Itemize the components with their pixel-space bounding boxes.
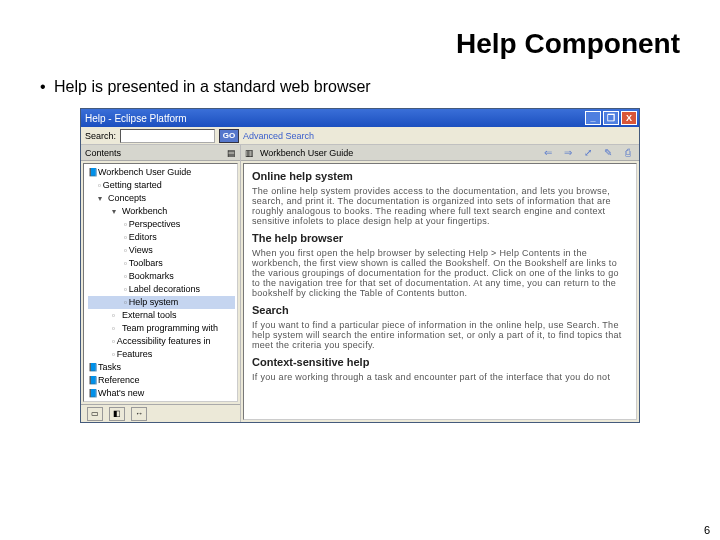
- tree-item[interactable]: Label decorations: [88, 283, 235, 296]
- breadcrumb-icon: ▥: [245, 148, 254, 158]
- sidebar-title-bar: Contents ▤: [81, 145, 240, 161]
- close-button[interactable]: X: [621, 111, 637, 125]
- tree-item[interactable]: Views: [88, 244, 235, 257]
- titlebar[interactable]: Help - Eclipse Platform _ ❐ X: [81, 109, 639, 127]
- help-page: Online help system The online help syste…: [243, 163, 637, 420]
- breadcrumb: Workbench User Guide: [260, 148, 353, 158]
- sidebar: Contents ▤ Workbench User Guide Getting …: [81, 145, 241, 422]
- tree-item[interactable]: Toolbars: [88, 257, 235, 270]
- forward-button[interactable]: ⇒: [561, 147, 575, 159]
- paragraph: If you want to find a particular piece o…: [252, 320, 628, 350]
- contents-tree[interactable]: Workbench User Guide Getting started Con…: [83, 163, 238, 402]
- tree-item[interactable]: Perspectives: [88, 218, 235, 231]
- tree-item[interactable]: Accessibility features in: [88, 335, 235, 348]
- page-number: 6: [704, 524, 710, 536]
- go-button[interactable]: GO: [219, 129, 239, 143]
- sidebar-bottom-bar: ▭ ◧ ↔: [81, 404, 240, 422]
- sidebar-tab-contents-icon[interactable]: ▭: [87, 407, 103, 421]
- tree-item[interactable]: Editors: [88, 231, 235, 244]
- tree-item[interactable]: Team programming with: [88, 322, 235, 335]
- maximize-button[interactable]: ❐: [603, 111, 619, 125]
- tree-item[interactable]: Getting started: [88, 179, 235, 192]
- tree-item[interactable]: What's new: [88, 387, 235, 400]
- tree-item-selected[interactable]: Help system: [88, 296, 235, 309]
- search-toolbar: Search: GO Advanced Search: [81, 127, 639, 145]
- tree-item[interactable]: External tools: [88, 309, 235, 322]
- paragraph: If you are working through a task and en…: [252, 372, 628, 382]
- help-window: Help - Eclipse Platform _ ❐ X Search: GO…: [80, 108, 640, 423]
- slide-title: Help Component: [30, 28, 680, 60]
- window-title: Help - Eclipse Platform: [85, 113, 583, 124]
- back-button[interactable]: ⇐: [541, 147, 555, 159]
- tree-item[interactable]: Tasks: [88, 361, 235, 374]
- content-toolbar: ▥ Workbench User Guide ⇐ ⇒ ⤢ ✎ ⎙: [241, 145, 639, 161]
- sidebar-tab-results-icon[interactable]: ◧: [109, 407, 125, 421]
- heading-context-help: Context-sensitive help: [252, 356, 628, 368]
- tree-item[interactable]: Workbench: [88, 205, 235, 218]
- heading-search: Search: [252, 304, 628, 316]
- tree-item[interactable]: Reference: [88, 374, 235, 387]
- tree-item[interactable]: Concepts: [88, 192, 235, 205]
- sidebar-title: Contents: [85, 148, 121, 158]
- sync-toc-button[interactable]: ⤢: [581, 147, 595, 159]
- tree-item[interactable]: Features: [88, 348, 235, 361]
- content-area: ▥ Workbench User Guide ⇐ ⇒ ⤢ ✎ ⎙ Online …: [241, 145, 639, 422]
- tree-item[interactable]: Bookmarks: [88, 270, 235, 283]
- heading-online-help: Online help system: [252, 170, 628, 182]
- print-button[interactable]: ⎙: [621, 147, 635, 159]
- search-label: Search:: [85, 131, 116, 141]
- tree-item[interactable]: Workbench User Guide: [88, 166, 235, 179]
- paragraph: The online help system provides access t…: [252, 186, 628, 226]
- slide-bullet: Help is presented in a standard web brow…: [40, 78, 690, 96]
- heading-help-browser: The help browser: [252, 232, 628, 244]
- sidebar-tab-links-icon[interactable]: ↔: [131, 407, 147, 421]
- contents-view-icon[interactable]: ▤: [227, 148, 236, 158]
- bookmark-button[interactable]: ✎: [601, 147, 615, 159]
- minimize-button[interactable]: _: [585, 111, 601, 125]
- search-input[interactable]: [120, 129, 215, 143]
- advanced-search-link[interactable]: Advanced Search: [243, 131, 314, 141]
- paragraph: When you first open the help browser by …: [252, 248, 628, 298]
